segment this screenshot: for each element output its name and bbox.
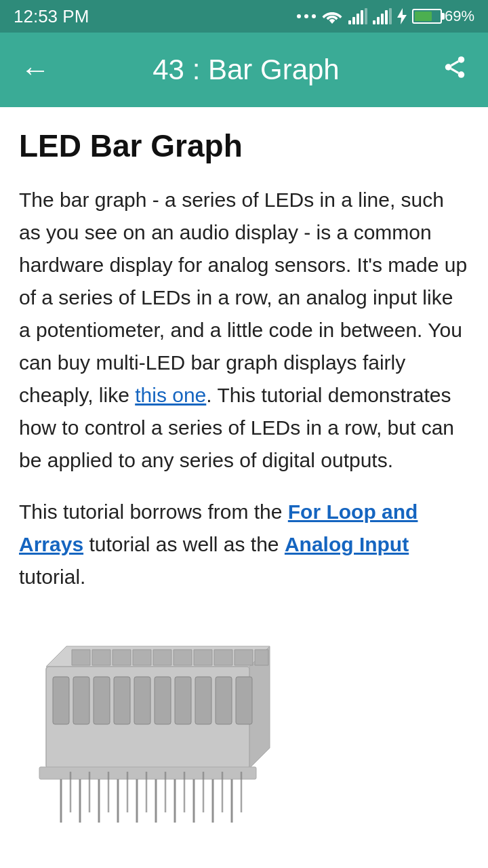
battery-icon — [412, 9, 442, 24]
signal-icon-1 — [348, 8, 367, 24]
signal-icon-2 — [373, 8, 392, 24]
svg-point-12 — [458, 71, 465, 77]
paragraph-2-text-start: This tutorial borrows from the — [19, 500, 288, 523]
back-button[interactable]: ← — [20, 55, 50, 85]
status-bar: 12:53 PM — [0, 0, 488, 33]
this-one-link[interactable]: this one — [135, 384, 206, 406]
analog-input-link[interactable]: Analog Input — [285, 533, 409, 555]
svg-rect-7 — [381, 14, 384, 24]
svg-line-14 — [451, 61, 459, 65]
paragraph-2-text-end: tutorial. — [19, 566, 85, 588]
charging-icon — [397, 8, 407, 24]
svg-point-11 — [445, 64, 452, 71]
svg-rect-22 — [175, 677, 191, 724]
article-content: LED Bar Graph The bar graph - a series o… — [0, 107, 488, 850]
share-button[interactable] — [442, 54, 468, 86]
paragraph-1: The bar graph - a series of LEDs in a li… — [19, 184, 469, 477]
svg-rect-16 — [53, 677, 69, 724]
svg-rect-26 — [39, 767, 256, 779]
status-bar-time: 12:53 PM — [14, 6, 89, 27]
article-body: The bar graph - a series of LEDs in a li… — [19, 184, 469, 593]
svg-rect-4 — [365, 8, 367, 24]
led-bar-graph-image — [19, 612, 469, 829]
svg-rect-18 — [94, 677, 110, 724]
svg-rect-9 — [389, 8, 392, 24]
svg-rect-20 — [134, 677, 150, 724]
wifi-icon — [321, 8, 343, 24]
led-segments — [72, 650, 268, 665]
svg-rect-6 — [377, 17, 380, 24]
paragraph-2-text-mid: tutorial as well as the — [83, 533, 285, 555]
back-arrow-icon: ← — [20, 55, 50, 85]
led-component-svg — [26, 612, 283, 829]
app-bar: ← 43 : Bar Graph — [0, 33, 488, 107]
svg-rect-21 — [155, 677, 171, 724]
svg-line-13 — [451, 68, 459, 73]
signal-dots — [297, 14, 316, 18]
share-icon — [442, 54, 468, 80]
svg-point-10 — [458, 56, 465, 63]
article-title: LED Bar Graph — [19, 127, 469, 165]
battery-indicator: 69% — [412, 7, 474, 25]
svg-rect-25 — [236, 677, 252, 724]
paragraph-2: This tutorial borrows from the For Loop … — [19, 496, 469, 593]
svg-rect-3 — [361, 10, 363, 24]
svg-rect-17 — [73, 677, 89, 724]
battery-fill — [415, 12, 432, 21]
svg-rect-19 — [114, 677, 130, 724]
svg-rect-5 — [373, 20, 375, 24]
status-bar-icons: 69% — [297, 7, 474, 25]
app-bar-title: 43 : Bar Graph — [152, 54, 339, 86]
svg-rect-0 — [348, 20, 351, 24]
paragraph-1-text-start: The bar graph - a series of LEDs in a li… — [19, 189, 467, 406]
svg-rect-24 — [216, 677, 232, 724]
svg-rect-8 — [385, 10, 388, 24]
svg-rect-23 — [195, 677, 211, 724]
svg-rect-1 — [352, 17, 355, 24]
battery-percent: 69% — [445, 7, 474, 25]
svg-rect-2 — [357, 14, 359, 24]
